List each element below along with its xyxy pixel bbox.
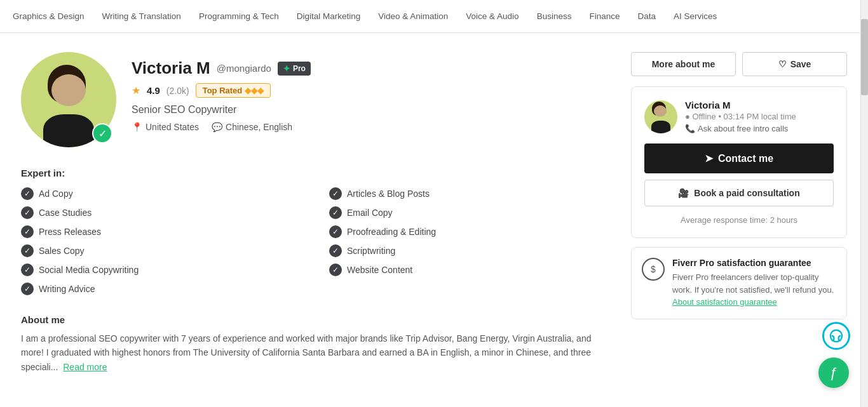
nav-item-ai[interactable]: AI Services bbox=[674, 9, 717, 23]
about-text: I am a professional SEO copywriter with … bbox=[21, 331, 612, 374]
about-title: About me bbox=[21, 314, 612, 325]
list-item: ✓ Proofreading & Editing bbox=[329, 225, 612, 238]
send-icon: ➤ bbox=[705, 152, 713, 164]
guarantee-section: $ Fiverr Pro satisfaction guarantee Five… bbox=[631, 247, 847, 319]
profile-info: Victoria M @mongiardo ✦ Pro ★ 4.9 (2.0k)… bbox=[132, 52, 612, 132]
profile-name: Victoria M bbox=[132, 58, 210, 78]
nav-item-graphics[interactable]: Graphics & Design bbox=[13, 9, 85, 23]
check-icon: ✓ bbox=[329, 206, 342, 219]
check-icon: ✓ bbox=[21, 244, 34, 257]
read-more-link[interactable]: Read more bbox=[63, 362, 107, 372]
nav-item-finance[interactable]: Finance bbox=[589, 9, 620, 23]
check-icon: ✓ bbox=[21, 206, 34, 219]
contact-face bbox=[654, 105, 667, 117]
nav-item-voice[interactable]: Voice & Audio bbox=[466, 9, 519, 23]
list-item: ✓ Press Releases bbox=[21, 225, 304, 238]
video-icon: 🎥 bbox=[678, 188, 689, 198]
nav-item-business[interactable]: Business bbox=[537, 9, 572, 23]
response-time: Average response time: 2 hours bbox=[644, 215, 834, 225]
list-item: ✓ Sales Copy bbox=[21, 244, 304, 257]
offline-dot: ● bbox=[685, 112, 690, 121]
expertise-label: Sales Copy bbox=[39, 246, 85, 256]
sidebar-column: More about me ♡ Save bbox=[631, 52, 847, 374]
nav-bar: Graphics & Design Writing & Translation … bbox=[0, 0, 868, 33]
guarantee-link[interactable]: About satisfaction guarantee bbox=[672, 297, 777, 307]
contact-me-button[interactable]: ➤ Contact me bbox=[644, 143, 834, 173]
expertise-label: Scriptwriting bbox=[347, 246, 395, 256]
location-item: 📍 United States bbox=[132, 122, 199, 132]
guarantee-content: Fiverr Pro satisfaction guarantee Fiverr… bbox=[672, 258, 836, 309]
nav-item-data[interactable]: Data bbox=[637, 9, 656, 23]
contact-status: ● Offline • 03:14 PM local time bbox=[685, 112, 796, 121]
expertise-label: Case Studies bbox=[39, 208, 92, 218]
profile-meta: 📍 United States 💬 Chinese, English bbox=[132, 122, 612, 132]
nav-item-programming[interactable]: Programming & Tech bbox=[199, 9, 279, 23]
rating-number: 4.9 bbox=[147, 85, 160, 96]
float-chat-button[interactable]: ƒ bbox=[818, 357, 849, 387]
phone-icon: 📞 bbox=[685, 124, 695, 133]
contact-profile-row: Victoria M ● Offline • 03:14 PM local ti… bbox=[644, 100, 834, 133]
expertise-label: Press Releases bbox=[39, 227, 101, 237]
check-icon: ✓ bbox=[21, 187, 34, 200]
expertise-label: Email Copy bbox=[347, 208, 393, 218]
expertise-label: Articles & Blog Posts bbox=[347, 189, 430, 199]
location-icon: 📍 bbox=[132, 122, 142, 132]
float-support-button[interactable] bbox=[822, 322, 850, 350]
contact-name: Victoria M bbox=[685, 100, 796, 110]
save-label: Save bbox=[790, 59, 811, 69]
expertise-label: Ad Copy bbox=[39, 189, 73, 199]
expertise-label: Social Media Copywriting bbox=[39, 265, 139, 275]
status-text: Offline • 03:14 PM local time bbox=[692, 112, 796, 121]
save-button[interactable]: ♡ Save bbox=[742, 52, 847, 76]
check-icon: ✓ bbox=[21, 225, 34, 238]
more-about-me-button[interactable]: More about me bbox=[631, 52, 736, 76]
pro-icon: ✦ bbox=[283, 63, 290, 74]
guarantee-text: Fiverr Pro freelancers deliver top-quali… bbox=[672, 271, 836, 309]
avatar-face bbox=[51, 74, 86, 106]
check-icon: ✓ bbox=[329, 225, 342, 238]
list-item: ✓ Articles & Blog Posts bbox=[329, 187, 612, 200]
expertise-label: Proofreading & Editing bbox=[347, 227, 436, 237]
more-about-me-label: More about me bbox=[652, 59, 715, 69]
check-icon: ✓ bbox=[21, 283, 34, 295]
check-icon: ✓ bbox=[329, 187, 342, 200]
nav-item-writing[interactable]: Writing & Translation bbox=[102, 9, 181, 23]
profile-username: @mongiardo bbox=[217, 63, 271, 74]
location-label: United States bbox=[146, 122, 199, 132]
expertise-label: Website Content bbox=[347, 265, 412, 275]
contact-info: Victoria M ● Offline • 03:14 PM local ti… bbox=[685, 100, 796, 133]
list-item: ✓ Ad Copy bbox=[21, 187, 304, 200]
pro-label: Pro bbox=[293, 64, 306, 73]
nav-item-video[interactable]: Video & Animation bbox=[378, 9, 448, 23]
top-rated-badge: Top Rated ◆◆◆ bbox=[196, 83, 271, 98]
expertise-label: Writing Advice bbox=[39, 284, 95, 294]
expertise-grid: ✓ Ad Copy ✓ Case Studies ✓ Press Release… bbox=[21, 187, 612, 295]
avatar-person bbox=[37, 65, 100, 147]
heart-icon: ♡ bbox=[778, 59, 787, 69]
review-count: (2.0k) bbox=[166, 86, 189, 96]
consultation-button[interactable]: 🎥 Book a paid consultation bbox=[644, 180, 834, 206]
verified-badge: ✓ bbox=[92, 123, 112, 143]
scrollbar[interactable] bbox=[860, 0, 868, 387]
nav-item-digital-marketing[interactable]: Digital Marketing bbox=[297, 9, 361, 23]
profile-header: ✓ Victoria M @mongiardo ✦ Pro ★ 4.9 (2.0… bbox=[21, 52, 612, 147]
guarantee-icon: $ bbox=[642, 258, 665, 281]
list-item: ✓ Email Copy bbox=[329, 206, 612, 219]
chat-icon: ƒ bbox=[830, 364, 837, 381]
avatar-body bbox=[43, 114, 94, 147]
contact-card: Victoria M ● Offline • 03:14 PM local ti… bbox=[631, 86, 847, 238]
about-section: About me I am a professional SEO copywri… bbox=[21, 314, 612, 374]
top-rated-label: Top Rated bbox=[203, 86, 243, 95]
check-icon: ✓ bbox=[21, 264, 34, 276]
list-item: ✓ Writing Advice bbox=[21, 283, 304, 295]
avatar-wrap: ✓ bbox=[21, 52, 116, 147]
check-icon: ✓ bbox=[329, 264, 342, 276]
scrollbar-thumb[interactable] bbox=[861, 19, 868, 95]
pro-badge: ✦ Pro bbox=[278, 62, 311, 76]
language-label: Chinese, English bbox=[226, 122, 292, 132]
contact-avatar-inner bbox=[649, 103, 673, 133]
expertise-title: Expert in: bbox=[21, 168, 612, 178]
list-item: ✓ Scriptwriting bbox=[329, 244, 612, 257]
intro-calls: 📞 Ask about free intro calls bbox=[685, 124, 796, 133]
chat-bubble-icon: 💬 bbox=[212, 122, 222, 132]
